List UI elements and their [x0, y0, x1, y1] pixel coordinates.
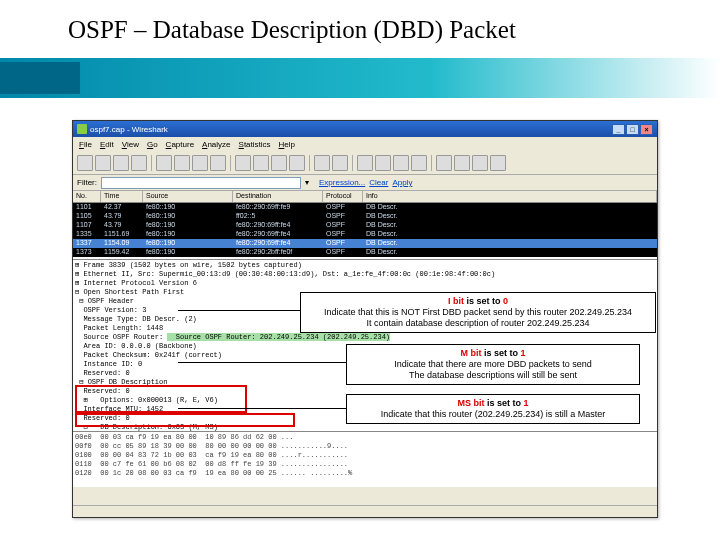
- minimize-button[interactable]: _: [612, 124, 625, 135]
- detail-line[interactable]: ⊟ DB Description: 0x03 (M, MS): [75, 423, 655, 431]
- callout-ibit: I bit is set to 0 Indicate that this is …: [300, 292, 656, 333]
- filter-label: Filter:: [77, 178, 97, 187]
- packet-row[interactable]: 13371154.09fe80::190fe80::290:69ff:fe4OS…: [73, 239, 657, 248]
- toolbar-button[interactable]: [375, 155, 391, 171]
- toolbar-button[interactable]: [314, 155, 330, 171]
- callout-lead: [178, 362, 346, 363]
- toolbar-separator: [431, 155, 432, 171]
- bytes-line: 0120 00 1c 20 08 00 03 ca f9 19 ea 80 00…: [75, 469, 655, 478]
- callout-lead: [178, 310, 300, 311]
- toolbar-button[interactable]: [357, 155, 373, 171]
- toolbar-button[interactable]: [436, 155, 452, 171]
- bytes-line: 0110 00 c7 fe 61 00 b6 08 02 00 d8 ff fe…: [75, 460, 655, 469]
- callout-msbit: MS bit is set to 1 Indicate that this ro…: [346, 394, 640, 424]
- toolbar-button[interactable]: [210, 155, 226, 171]
- toolbar-button[interactable]: [472, 155, 488, 171]
- col-time[interactable]: Time: [101, 191, 143, 202]
- detail-line[interactable]: ⊞ Internet Protocol Version 6: [75, 279, 655, 288]
- packet-list-header: No. Time Source Destination Protocol Inf…: [73, 191, 657, 203]
- expression-link[interactable]: Expression...: [319, 178, 365, 187]
- filter-input[interactable]: [101, 177, 301, 189]
- menu-capture[interactable]: Capture: [166, 140, 194, 149]
- clear-link[interactable]: Clear: [369, 178, 388, 187]
- toolbar-separator: [352, 155, 353, 171]
- toolbar-button[interactable]: [289, 155, 305, 171]
- callout-lead: [178, 408, 346, 409]
- toolbar-button[interactable]: [253, 155, 269, 171]
- bytes-line: 00f0 00 cc 05 89 18 39 00 00 80 00 00 00…: [75, 442, 655, 451]
- col-protocol[interactable]: Protocol: [323, 191, 363, 202]
- maximize-button[interactable]: □: [626, 124, 639, 135]
- filter-bar: Filter: ▾ Expression... Clear Apply: [73, 175, 657, 191]
- toolbar-button[interactable]: [271, 155, 287, 171]
- packet-row[interactable]: 110543.79fe80::190ff02::5OSPFDB Descr.: [73, 212, 657, 221]
- close-button[interactable]: ×: [640, 124, 653, 135]
- toolbar: [73, 151, 657, 175]
- toolbar-button[interactable]: [156, 155, 172, 171]
- toolbar-separator: [151, 155, 152, 171]
- toolbar-button[interactable]: [332, 155, 348, 171]
- detail-line[interactable]: ⊞ Ethernet II, Src: Supermic_00:13:d9 (0…: [75, 270, 655, 279]
- toolbar-button[interactable]: [235, 155, 251, 171]
- callout-mbit: M bit is set to 1 Indicate that there ar…: [346, 344, 640, 385]
- toolbar-button[interactable]: [393, 155, 409, 171]
- app-icon: [77, 124, 87, 134]
- packet-row[interactable]: 110743.79fe80::190fe80::290:69ff:fe4OSPF…: [73, 221, 657, 230]
- toolbar-button[interactable]: [77, 155, 93, 171]
- window-title: ospf7.cap - Wireshark: [90, 125, 168, 134]
- toolbar-button[interactable]: [411, 155, 427, 171]
- packet-bytes[interactable]: 00e0 00 03 ca f9 19 ea 80 00 10 89 86 dd…: [73, 431, 657, 487]
- toolbar-button[interactable]: [113, 155, 129, 171]
- toolbar-button[interactable]: [95, 155, 111, 171]
- col-no[interactable]: No.: [73, 191, 101, 202]
- menu-analyze[interactable]: Analyze: [202, 140, 230, 149]
- bytes-line: 00e0 00 03 ca f9 19 ea 80 00 10 89 86 dd…: [75, 433, 655, 442]
- packet-row[interactable]: 13351151.69fe80::190fe80::290:69ff:fe4OS…: [73, 230, 657, 239]
- packet-row[interactable]: 13731159.42fe80::190fe80::290:2bff:fe0fO…: [73, 248, 657, 257]
- toolbar-separator: [230, 155, 231, 171]
- menu-file[interactable]: File: [79, 140, 92, 149]
- apply-link[interactable]: Apply: [392, 178, 412, 187]
- menu-go[interactable]: Go: [147, 140, 158, 149]
- packet-row[interactable]: 110142.37fe80::190fe80::290:69ff:fe9OSPF…: [73, 203, 657, 212]
- detail-line: Source OSPF Router: Source OSPF Router: …: [75, 333, 655, 342]
- menu-bar: File Edit View Go Capture Analyze Statis…: [73, 137, 657, 151]
- toolbar-button[interactable]: [454, 155, 470, 171]
- menu-help[interactable]: Help: [279, 140, 295, 149]
- toolbar-button[interactable]: [174, 155, 190, 171]
- col-source[interactable]: Source: [143, 191, 233, 202]
- toolbar-button[interactable]: [490, 155, 506, 171]
- window-titlebar: ospf7.cap - Wireshark _ □ ×: [73, 121, 657, 137]
- filter-dropdown-icon[interactable]: ▾: [305, 178, 315, 187]
- menu-statistics[interactable]: Statistics: [239, 140, 271, 149]
- toolbar-separator: [309, 155, 310, 171]
- menu-edit[interactable]: Edit: [100, 140, 114, 149]
- col-destination[interactable]: Destination: [233, 191, 323, 202]
- detail-line[interactable]: ⊞ Frame 3839 (1502 bytes on wire, 1502 b…: [75, 261, 655, 270]
- toolbar-button[interactable]: [131, 155, 147, 171]
- menu-view[interactable]: View: [122, 140, 139, 149]
- status-bar: [73, 505, 657, 517]
- slide-title: OSPF – Database Description (DBD) Packet: [68, 16, 516, 44]
- toolbar-button[interactable]: [192, 155, 208, 171]
- col-info[interactable]: Info: [363, 191, 657, 202]
- packet-list[interactable]: 110142.37fe80::190fe80::290:69ff:fe9OSPF…: [73, 203, 657, 259]
- bytes-line: 0100 00 00 04 83 72 1b 00 03 ca f9 19 ea…: [75, 451, 655, 460]
